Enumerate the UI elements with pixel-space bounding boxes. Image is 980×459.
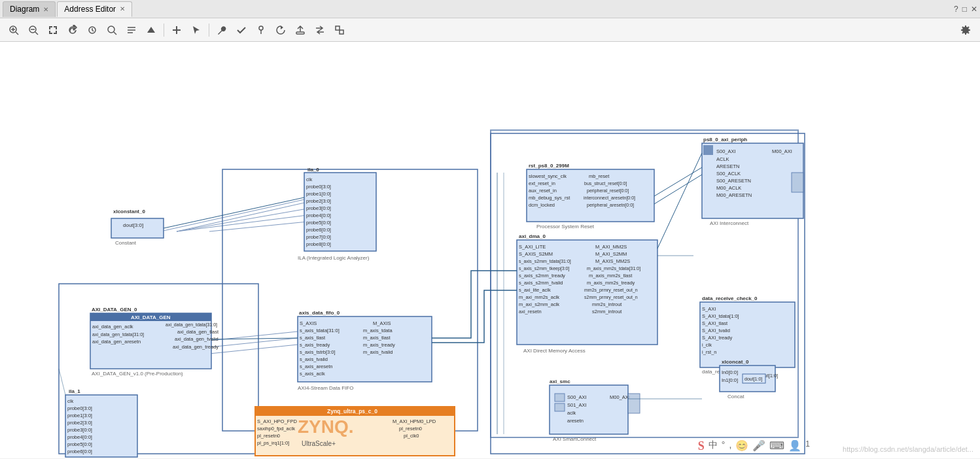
svg-text:probe2[3:0]: probe2[3:0] xyxy=(306,198,331,204)
svg-rect-136 xyxy=(703,145,713,155)
svg-text:m_axis_tready: m_axis_tready xyxy=(363,342,395,348)
svg-text:ACLK: ACLK xyxy=(716,156,729,162)
select-button[interactable] xyxy=(188,22,205,39)
svg-text:probe4[0:0]: probe4[0:0] xyxy=(67,434,92,440)
svg-text:s_axi_lite_aclk: s_axi_lite_aclk xyxy=(519,287,551,293)
svg-text:m_axis_tdata: m_axis_tdata xyxy=(363,328,393,333)
svg-text:Zynq_ultra_ps_c_0: Zynq_ultra_ps_c_0 xyxy=(327,408,377,415)
svg-marker-21 xyxy=(147,27,155,33)
svg-text:AXI_DATA_GEN_0: AXI_DATA_GEN_0 xyxy=(92,307,137,313)
svg-point-24 xyxy=(259,26,263,30)
svg-text:ILA (Integrated Logic Analyzer: ILA (Integrated Logic Analyzer) xyxy=(298,255,370,261)
svg-text:probe1[0:0]: probe1[0:0] xyxy=(306,191,331,197)
tab-diagram-close[interactable]: ✕ xyxy=(43,6,48,13)
svg-rect-8 xyxy=(49,26,50,29)
svg-text:axi_smc: axi_smc xyxy=(550,379,570,384)
svg-text:M_AXIS_MM2S: M_AXIS_MM2S xyxy=(595,258,630,264)
svg-text:i_clk: i_clk xyxy=(702,342,712,348)
svg-text:s_axis_tstrb[3:0]: s_axis_tstrb[3:0] xyxy=(300,349,336,355)
svg-line-1 xyxy=(16,32,18,35)
svg-text:ps8_0_axi_periph: ps8_0_axi_periph xyxy=(703,137,747,143)
toolbar-sep-2 xyxy=(209,24,209,37)
validate-button[interactable] xyxy=(233,22,250,39)
systray-icon-mic: 🎤 xyxy=(752,439,765,453)
tab-diagram[interactable]: Diagram ✕ xyxy=(3,1,56,17)
tab-address-editor[interactable]: Address Editor ✕ xyxy=(57,1,132,17)
svg-rect-149 xyxy=(555,394,565,401)
svg-text:axi_data_gen_tdata[31:0]: axi_data_gen_tdata[31:0] xyxy=(92,332,144,337)
help-icon[interactable]: ? xyxy=(954,5,958,14)
swap-button[interactable] xyxy=(311,22,328,39)
svg-text:M_AXI_MM2S: M_AXI_MM2S xyxy=(595,244,627,250)
svg-text:S00_ACLK: S00_ACLK xyxy=(716,171,741,177)
pin-button[interactable] xyxy=(253,22,270,39)
svg-rect-14 xyxy=(56,31,57,34)
resize-button[interactable] xyxy=(331,22,348,39)
svg-text:s_axis_s2mm_tkeep[3:0]: s_axis_s2mm_tkeep[3:0] xyxy=(519,266,569,271)
svg-text:interconnect_aresetn[0:0]: interconnect_aresetn[0:0] xyxy=(584,196,635,201)
svg-text:probe3[0:0]: probe3[0:0] xyxy=(306,205,331,211)
svg-text:m_axis_mm2s_tlast: m_axis_mm2s_tlast xyxy=(589,273,633,279)
svg-rect-28 xyxy=(336,26,340,30)
settings-button[interactable] xyxy=(956,21,975,39)
svg-text:s_axis_aresetn: s_axis_aresetn xyxy=(300,364,332,369)
zoom-out-button[interactable] xyxy=(25,22,42,39)
svg-text:slowest_sync_clk: slowest_sync_clk xyxy=(529,173,567,179)
svg-text:probe5[0:0]: probe5[0:0] xyxy=(67,441,92,447)
svg-text:mm2s_introut: mm2s_introut xyxy=(592,301,622,307)
wrench-button[interactable] xyxy=(213,22,230,39)
svg-rect-43 xyxy=(111,218,164,238)
zoom-in-button[interactable] xyxy=(5,22,22,39)
find-button[interactable] xyxy=(103,22,120,39)
svg-text:bus_struct_reset[0:0]: bus_struct_reset[0:0] xyxy=(584,181,627,186)
svg-text:S_AXI_tready: S_AXI_tready xyxy=(702,335,733,341)
svg-rect-12 xyxy=(49,31,50,34)
align-button[interactable] xyxy=(123,22,140,39)
svg-text:pl_ps_irq1[1:0]: pl_ps_irq1[1:0] xyxy=(257,440,289,446)
svg-text:S_AXI_tvalid: S_AXI_tvalid xyxy=(702,328,730,333)
svg-text:S_AXIS_S2MM: S_AXIS_S2MM xyxy=(519,251,553,257)
svg-text:m_axis_mm2s_tready: m_axis_mm2s_tready xyxy=(587,280,635,286)
svg-text:probe3[0:0]: probe3[0:0] xyxy=(67,427,92,433)
svg-text:S00_AXI: S00_AXI xyxy=(567,394,587,400)
tab-diagram-label: Diagram xyxy=(10,5,39,14)
svg-text:probe0[3:0]: probe0[3:0] xyxy=(67,405,92,411)
svg-text:probe2[3:0]: probe2[3:0] xyxy=(67,420,92,426)
svg-text:S_AXI_tdata[1:0]: S_AXI_tdata[1:0] xyxy=(702,313,739,319)
svg-text:m_axis_tvalid: m_axis_tvalid xyxy=(363,349,393,355)
maximize-icon[interactable]: ✕ xyxy=(971,5,977,14)
svg-text:s_axis_s2mm_tdata[31:0]: s_axis_s2mm_tdata[31:0] xyxy=(519,259,571,264)
svg-text:pl_resetn0: pl_resetn0 xyxy=(257,433,280,439)
svg-rect-145 xyxy=(792,173,803,192)
svg-text:AXI Interconnect: AXI Interconnect xyxy=(710,220,749,226)
svg-text:probe6[0:0]: probe6[0:0] xyxy=(67,449,92,454)
svg-text:s_axis_aclk: s_axis_aclk xyxy=(300,371,325,377)
export-button[interactable] xyxy=(292,22,309,39)
svg-rect-27 xyxy=(296,32,304,34)
up-button[interactable] xyxy=(143,22,160,39)
svg-text:ZYNQ.: ZYNQ. xyxy=(298,416,354,437)
minimize-icon[interactable]: □ xyxy=(962,5,967,14)
svg-text:pl_clk0: pl_clk0 xyxy=(404,433,419,439)
svg-text:s_axis_tvalid: s_axis_tvalid xyxy=(300,356,328,362)
svg-text:mb_debug_sys_rst: mb_debug_sys_rst xyxy=(529,195,570,201)
svg-text:dcm_locked: dcm_locked xyxy=(529,202,555,208)
tab-address-editor-close[interactable]: ✕ xyxy=(120,5,125,12)
svg-text:AXI4-Stream Data FIFO: AXI4-Stream Data FIFO xyxy=(298,385,353,391)
svg-text:pl_resetn0: pl_resetn0 xyxy=(399,426,422,432)
svg-text:clk: clk xyxy=(306,177,312,182)
svg-text:s_axis_s2mm_tready: s_axis_s2mm_tready xyxy=(519,273,565,279)
svg-text:s_axis_tlast: s_axis_tlast xyxy=(300,335,326,341)
svg-text:S00_AXI: S00_AXI xyxy=(716,148,736,154)
regen-button[interactable] xyxy=(272,22,289,39)
svg-text:In1[0:0]: In1[0:0] xyxy=(722,377,738,383)
svg-text:aclk: aclk xyxy=(567,410,576,416)
add-button[interactable] xyxy=(168,22,185,39)
svg-text:mb_reset: mb_reset xyxy=(589,173,610,179)
reset-button[interactable] xyxy=(84,22,101,39)
fit-button[interactable] xyxy=(44,22,61,39)
diagram-area[interactable]: dout[3:0] xlconstant_0 Constant clk prob… xyxy=(0,42,980,458)
svg-text:S_AXIS: S_AXIS xyxy=(300,320,317,326)
svg-text:probe4[0:0]: probe4[0:0] xyxy=(306,212,331,218)
refresh-button[interactable] xyxy=(64,22,81,39)
